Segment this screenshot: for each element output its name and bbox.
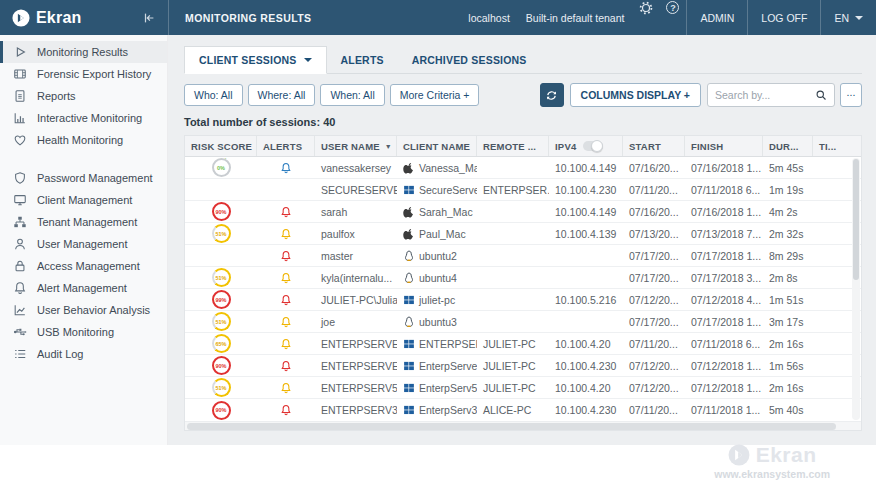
risk-score-value: 51% [215,385,226,391]
client-name-cell: SecureServer [397,184,477,196]
table-row[interactable]: ↗90% sarah Sarah_Mac 10.100.4.149 07/16/… [185,201,861,223]
sidebar-item-user-management[interactable]: User Management [0,233,167,255]
table-row[interactable]: ↗99% JULIET-PC\Julia juliet-pc 10.100.5.… [185,289,861,311]
os-icon [403,294,415,306]
table-row[interactable]: ↗90% ENTERPSERV3... EnterpServ3 ALICE-PC… [185,399,861,421]
filter-when-button[interactable]: When: All [320,84,384,106]
more-criteria-button[interactable]: More Criteria + [390,84,480,106]
apple-icon [403,228,415,240]
help-icon[interactable]: ? [665,0,680,15]
table-row[interactable]: ↗ master ubuntu2 07/17/20... 07/17/2018 … [185,245,861,267]
sidebar-item-client-management[interactable]: Client Management [0,189,167,211]
table-header-row: RISK SCORE ALERTS USER NAME▼ CLIENT NAME… [185,136,861,157]
scrollbar-thumb[interactable] [853,159,859,280]
sidebar-item-user-behavior-analysis[interactable]: User Behavior Analysis [0,299,167,321]
finish-cell: 07/12/2018 4... [685,294,763,306]
client-name-label: EnterpServ3 [419,404,477,416]
ipv4-cell: 10.100.5.216 [549,294,623,306]
ipv4-cell: 10.100.4.230 [549,360,623,372]
table-row[interactable]: ↗ SECURESERVE... SecureServer ENTERPSER.… [185,179,861,201]
gear-icon[interactable] [638,0,653,15]
table-row[interactable]: ↗65% ENTERPSERVE... ENTERPSER... JULIET-… [185,333,861,355]
search-box [707,83,835,107]
column-header-risk-score[interactable]: RISK SCORE [185,136,257,156]
logoff-button[interactable]: LOG OFF [748,0,820,35]
line-chart-icon [13,303,27,317]
sidebar-item-reports[interactable]: Reports [0,85,167,107]
admin-menu[interactable]: ADMIN [687,0,747,35]
finish-cell: 07/16/2018 1... [685,162,763,174]
ipv4-toggle[interactable] [583,141,603,151]
bell-icon [13,281,27,295]
alert-bell-icon[interactable] [280,316,292,328]
sidebar-item-tenant-management[interactable]: Tenant Management [0,211,167,233]
host-label: localhost [460,0,517,35]
column-header-duration[interactable]: DUR... [763,136,813,156]
sidebar-item-audit-log[interactable]: Audit Log [0,343,167,365]
sidebar-collapse-icon[interactable] [140,9,158,27]
more-options-button[interactable]: ... [840,83,862,107]
client-name-label: ENTERPSER... [419,338,477,350]
sidebar-item-health-monitoring[interactable]: Health Monitoring [0,129,167,151]
alert-bell-icon[interactable] [280,360,292,372]
os-icon [403,316,415,328]
client-name-cell: Vanessa_Mac [397,162,477,174]
alert-bell-icon[interactable] [280,338,292,350]
alert-bell-icon[interactable] [280,382,292,394]
tab-client-sessions[interactable]: CLIENT SESSIONS [184,46,327,74]
alert-bell-icon[interactable] [280,228,292,240]
sidebar-item-password-management[interactable]: Password Management [0,167,167,189]
filter-where-button[interactable]: Where: All [248,84,316,106]
table-row[interactable]: ↗51% joe ubuntu3 07/17/20... 07/17/2018 … [185,311,861,333]
table-row[interactable]: ↗51% kyla(internalu... ubuntu4 07/17/20.… [185,267,861,289]
sidebar-item-access-management[interactable]: Access Management [0,255,167,277]
search-input[interactable] [715,89,815,101]
sidebar-item-alert-management[interactable]: Alert Management [0,277,167,299]
column-header-remote[interactable]: REMOTE ... [477,136,549,156]
remote-cell: JULIET-PC [477,382,549,394]
alert-bell-icon[interactable] [280,294,292,306]
search-icon[interactable] [815,89,827,101]
table-row[interactable]: ↗51% paulfox Paul_Mac 10.100.4.139 07/13… [185,223,861,245]
table-row[interactable]: ↗51% ENTERPSERV5... EnterpServ5 JULIET-P… [185,377,861,399]
vertical-scrollbar[interactable] [852,158,860,420]
os-icon [403,250,415,262]
column-header-alerts[interactable]: ALERTS [257,136,315,156]
column-header-ipv4[interactable]: IPV4 [549,136,623,156]
tab-alerts[interactable]: ALERTS [327,47,398,73]
sidebar-item-monitoring-results[interactable]: Monitoring Results [0,41,167,63]
horizontal-scrollbar[interactable] [185,421,861,430]
column-header-finish[interactable]: FINISH [685,136,763,156]
sidebar-item-label: USB Monitoring [37,326,114,338]
alert-bell-icon[interactable] [280,404,292,416]
sidebar-item-interactive-monitoring[interactable]: Interactive Monitoring [0,107,167,129]
risk-score-badge: ↗51% [212,224,231,243]
language-selector[interactable]: EN [821,0,876,35]
table-row[interactable]: ↗90% ENTERPSERVE... EnterpServe... JULIE… [185,355,861,377]
alert-bell-icon[interactable] [280,250,292,262]
filter-who-button[interactable]: Who: All [184,84,243,106]
column-header-start[interactable]: START [623,136,685,156]
table-row[interactable]: ↗0% vanessakersey Vanessa_Mac 10.100.4.1… [185,157,861,179]
client-name-cell: ubuntu3 [397,316,477,328]
sidebar-item-usb-monitoring[interactable]: USB Monitoring [0,321,167,343]
alert-bell-icon[interactable] [280,206,292,218]
page-title: MONITORING RESULTS [169,0,460,35]
sidebar-item-forensic-export-history[interactable]: Forensic Export History [0,63,167,85]
ekran-logo: Ekran [12,9,81,27]
column-header-client-name[interactable]: CLIENT NAME [397,136,477,156]
column-header-user-name[interactable]: USER NAME▼ [315,136,397,156]
client-name-label: juliet-pc [419,294,455,306]
alert-bell-icon[interactable] [280,272,292,284]
tab-archived-sessions[interactable]: ARCHIVED SESSIONS [398,47,541,73]
finish-cell: 07/17/2018 3... [685,272,763,284]
alert-bell-icon[interactable] [280,162,292,174]
client-name-label: ubuntu3 [419,316,457,328]
scrollbar-thumb[interactable] [187,423,836,430]
tenant-label[interactable]: Built-in default tenant [518,0,633,35]
os-icon [403,382,415,394]
sidebar-item-label: Alert Management [37,282,127,294]
refresh-button[interactable] [540,83,564,107]
column-header-time[interactable]: TI... [813,136,861,156]
columns-display-button[interactable]: COLUMNS DISPLAY + [570,83,701,107]
